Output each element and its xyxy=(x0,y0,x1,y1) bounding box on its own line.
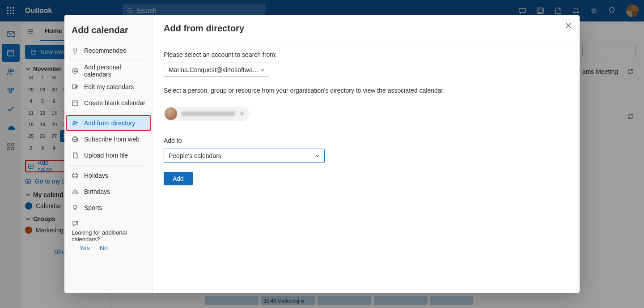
directory-hint: Select a person, group or resource from … xyxy=(164,87,569,94)
content-title: Add from directory xyxy=(164,23,569,34)
nav-upload-file[interactable]: Upload from file xyxy=(64,147,153,163)
svg-rect-37 xyxy=(72,101,78,106)
panel-nav: Add calendar Recommended Add personal ca… xyxy=(64,15,153,293)
account-select[interactable]: Marina.Conquest@virtosoftware.c... xyxy=(164,63,269,77)
footer-yes-link[interactable]: Yes xyxy=(80,244,90,252)
nav-birthdays[interactable]: Birthdays xyxy=(64,184,153,200)
nav-edit-calendars[interactable]: Edit my calendars xyxy=(64,79,153,95)
add-calendar-panel: Add calendar Recommended Add personal ca… xyxy=(64,15,580,293)
edit-calendar-icon xyxy=(72,83,79,90)
svg-point-35 xyxy=(74,70,76,72)
feedback-icon xyxy=(72,220,145,227)
footer-text: Looking for additional calendars? xyxy=(72,229,145,243)
svg-point-43 xyxy=(72,173,78,178)
directory-icon xyxy=(72,120,79,127)
person-avatar xyxy=(165,107,177,120)
panel-content: Add from directory Please select an acco… xyxy=(153,15,580,293)
selected-person-pill[interactable]: ✕ xyxy=(164,107,250,121)
chevron-down-icon xyxy=(315,154,320,158)
close-button[interactable] xyxy=(565,22,572,29)
remove-person-icon[interactable]: ✕ xyxy=(240,111,244,117)
panel-footer: Looking for additional calendars? Yes No xyxy=(64,216,153,256)
nav-add-from-directory[interactable]: Add from directory xyxy=(66,115,151,131)
addto-select[interactable]: People's calendars xyxy=(164,149,325,163)
blank-calendar-icon xyxy=(72,99,79,107)
svg-point-39 xyxy=(73,121,76,124)
nav-sports[interactable]: Sports xyxy=(64,200,153,216)
panel-title: Add calendar xyxy=(64,21,153,43)
account-value: Marina.Conquest@virtosoftware.c... xyxy=(169,66,260,73)
globe-icon xyxy=(72,172,79,179)
chevron-down-icon xyxy=(260,68,264,72)
nav-holidays[interactable]: Holidays xyxy=(64,167,153,184)
file-icon xyxy=(72,152,79,159)
trophy-icon xyxy=(72,204,79,211)
add-button[interactable]: Add xyxy=(164,172,193,185)
svg-point-44 xyxy=(76,221,78,223)
addto-label: Add to xyxy=(164,137,569,144)
account-label: Please select an account to search from: xyxy=(164,51,569,58)
footer-no-link[interactable]: No xyxy=(100,244,108,252)
nav-subscribe-web[interactable]: Subscribe from web xyxy=(64,131,153,147)
nav-add-personal[interactable]: Add personal calendars xyxy=(64,63,153,79)
addto-value: People's calendars xyxy=(169,152,221,159)
lightbulb-icon xyxy=(72,47,79,54)
close-icon xyxy=(565,22,572,29)
cake-icon xyxy=(72,188,79,195)
person-name-redacted xyxy=(182,111,235,116)
nav-recommended[interactable]: Recommended xyxy=(64,43,153,59)
at-icon xyxy=(72,67,79,74)
nav-create-blank[interactable]: Create blank calendar xyxy=(64,95,153,111)
web-icon xyxy=(72,136,79,143)
